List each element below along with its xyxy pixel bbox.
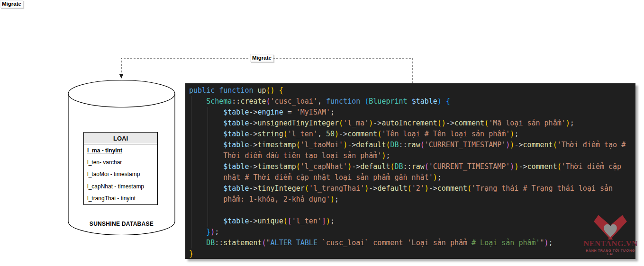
- code-line: $table->tinyInteger('l_trangThai')->defa…: [189, 183, 635, 194]
- diagram-canvas: Migrate Migrate LOAI l_ma - tinyintl_ten…: [0, 0, 644, 266]
- code-line: });: [189, 227, 635, 238]
- cylinder-top: [68, 80, 175, 107]
- code-line: $table->unique(['l_ten']);: [189, 216, 635, 227]
- code-line: phẩm: 1-khóa, 2-khả dụng');: [189, 194, 635, 205]
- code-line: Thời điểm đầu tiên tạo loại sản phẩm');: [189, 151, 635, 161]
- nentang-watermark: NENTANG.VN HÀNH TRANG TỚI TƯƠNG LAI: [583, 213, 637, 256]
- code-line: nhật # Thời điểm cập nhật loại sản phẩm …: [189, 172, 635, 183]
- table-field-row: l_trangThai - tinyint: [84, 193, 157, 204]
- table-field-row: l_capNhat - timestamp: [84, 180, 157, 192]
- connector-migrate-label[interactable]: Migrate: [250, 54, 273, 62]
- database-name-label: SUNSHINE DATABASE: [68, 221, 175, 227]
- code-lines: public function up() { Schema::create('c…: [189, 85, 635, 259]
- code-editor[interactable]: public function up() { Schema::create('c…: [185, 83, 635, 259]
- database-shape[interactable]: LOAI l_ma - tinyintl_ten- varcharl_taoMo…: [68, 80, 175, 236]
- indent-guide: [208, 107, 208, 227]
- indent-guide: [191, 96, 191, 248]
- code-line: Schema::create('cusc_loai', function (Bl…: [189, 96, 635, 107]
- code-line: $table->unsignedTinyInteger('l_ma')->aut…: [189, 118, 635, 129]
- nentang-logo-icon: [593, 213, 628, 240]
- code-line: $table->engine = 'MyISAM';: [189, 107, 635, 118]
- logo-title: NENTANG.VN: [583, 239, 637, 248]
- code-line: public function up() {: [189, 85, 635, 96]
- table-field-row: l_ten- varchar: [84, 156, 157, 168]
- entity-table-title: LOAI: [84, 133, 157, 144]
- entity-table-loai[interactable]: LOAI l_ma - tinyintl_ten- varcharl_taoMo…: [83, 132, 158, 205]
- code-line: }: [189, 248, 635, 259]
- code-line: $table->timestamp('l_taoMoi')->default(D…: [189, 140, 635, 151]
- table-field-row: l_taoMoi - timestamp: [84, 168, 157, 180]
- table-field-row: l_ma - tinyint: [84, 144, 157, 156]
- code-line: [189, 205, 635, 216]
- logo-tagline: HÀNH TRANG TỚI TƯƠNG LAI: [583, 249, 637, 256]
- code-line: DB::statement("ALTER TABLE `cusc_loai` c…: [189, 238, 635, 248]
- code-line: $table->string('l_ten', 50)->comment('Tê…: [189, 129, 635, 140]
- corner-migrate-label: Migrate: [0, 0, 23, 8]
- code-line: $table->timestamp('l_capNhat')->default(…: [189, 161, 635, 172]
- entity-table-fields: l_ma - tinyintl_ten- varcharl_taoMoi - t…: [84, 144, 157, 204]
- heart-icon: [604, 224, 617, 238]
- arrowhead-icon: [119, 74, 124, 79]
